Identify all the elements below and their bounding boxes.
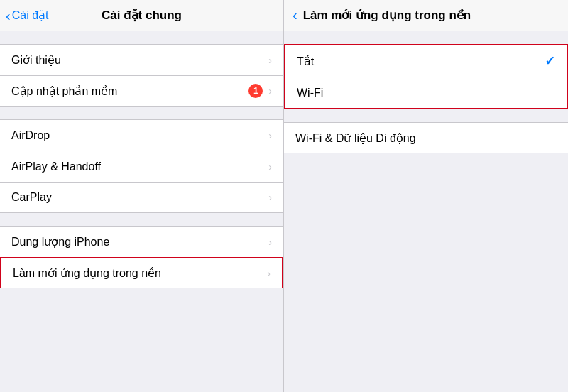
chevron-right-icon: ›	[268, 161, 272, 173]
chevron-right-icon: ›	[268, 236, 272, 248]
settings-list: Giới thiệu › Cập nhật phần mềm 1 › AirDr…	[0, 31, 283, 392]
item-label: Dung lượng iPhone	[11, 235, 109, 249]
right-nav-bar: ‹ Làm mới ứng dụng trong nền	[284, 0, 568, 31]
back-button[interactable]: ‹ Cài đặt	[6, 9, 48, 23]
item-right: ›	[268, 192, 272, 203]
item-label: CarPlay	[11, 191, 52, 204]
right-content: Tắt ✓ Wi-Fi Wi-Fi & Dữ liệu Di động	[284, 31, 568, 392]
list-item-lam-moi[interactable]: Làm mới ứng dụng trong nền ›	[0, 257, 283, 288]
option-label: Wi-Fi & Dữ liệu Di động	[295, 131, 416, 145]
option-label: Tắt	[297, 55, 314, 68]
item-label: AirPlay & Handoff	[11, 160, 101, 173]
item-right: ›	[267, 268, 271, 279]
list-item-carplay[interactable]: CarPlay ›	[0, 182, 283, 213]
right-nav-title: Làm mới ứng dụng trong nền	[303, 8, 471, 23]
section-1: Giới thiệu › Cập nhật phần mềm 1 ›	[0, 44, 283, 107]
list-item-airdrop[interactable]: AirDrop ›	[0, 119, 283, 151]
chevron-right-icon: ›	[268, 130, 272, 141]
back-label: Cài đặt	[12, 9, 49, 22]
chevron-right-icon: ›	[268, 192, 272, 203]
item-right: ›	[268, 161, 272, 173]
back-chevron-icon: ‹	[6, 9, 11, 23]
chevron-right-icon: ›	[268, 55, 272, 66]
item-label: Giới thiệu	[11, 53, 61, 67]
item-label: Cập nhật phần mềm	[11, 85, 117, 98]
chevron-right-icon: ›	[267, 268, 271, 279]
item-label: Làm mới ứng dụng trong nền	[13, 266, 161, 280]
chevron-right-icon: ›	[268, 85, 272, 97]
item-right: 1 ›	[248, 84, 272, 98]
option-wifi-du-lieu[interactable]: Wi-Fi & Dữ liệu Di động	[284, 122, 568, 153]
list-item-cap-nhat[interactable]: Cập nhật phần mềm 1 ›	[0, 75, 283, 107]
section-2: AirDrop › AirPlay & Handoff › CarPlay ›	[0, 119, 283, 213]
option-wifi[interactable]: Wi-Fi	[285, 77, 567, 108]
options-group: Tắt ✓ Wi-Fi	[284, 44, 568, 109]
section-3: Dung lượng iPhone › Làm mới ứng dụng tro…	[0, 226, 283, 288]
list-item-dung-luong[interactable]: Dung lượng iPhone ›	[0, 226, 283, 257]
right-back-button[interactable]: ‹	[293, 7, 297, 23]
list-item-gioi-thieu[interactable]: Giới thiệu ›	[0, 44, 283, 75]
left-panel: ‹ Cài đặt Cài đặt chung Giới thiệu › Cập…	[0, 0, 284, 392]
right-panel: ‹ Làm mới ứng dụng trong nền Tắt ✓ Wi-Fi…	[284, 0, 568, 392]
item-label: AirDrop	[11, 129, 50, 142]
left-nav-title: Cài đặt chung	[102, 8, 182, 23]
option-label: Wi-Fi	[297, 87, 323, 99]
option-tat[interactable]: Tắt ✓	[285, 45, 567, 77]
left-nav-bar: ‹ Cài đặt Cài đặt chung	[0, 0, 283, 31]
list-item-airplay-handoff[interactable]: AirPlay & Handoff ›	[0, 151, 283, 182]
update-badge: 1	[248, 84, 263, 98]
item-right: ›	[268, 236, 272, 248]
item-right: ›	[268, 55, 272, 66]
checkmark-icon: ✓	[545, 53, 555, 69]
item-right: ›	[268, 130, 272, 141]
